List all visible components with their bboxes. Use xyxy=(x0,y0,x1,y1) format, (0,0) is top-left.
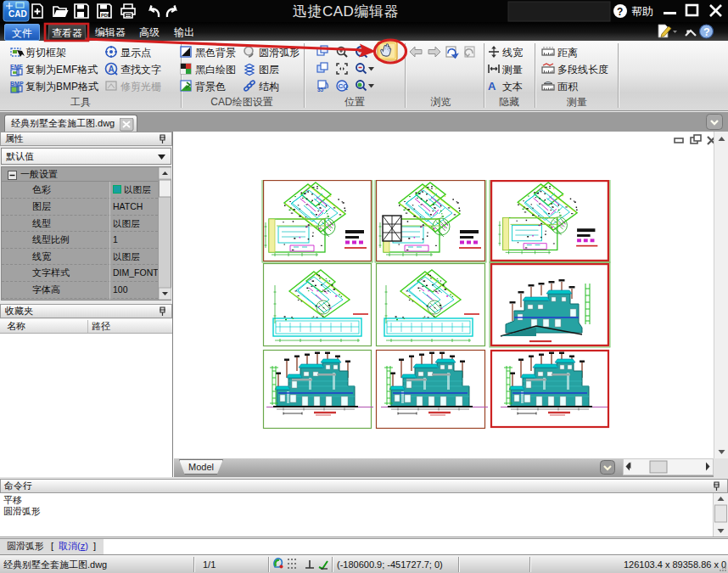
svg-text:PDF: PDF xyxy=(101,13,111,18)
svg-text:帮助: 帮助 xyxy=(631,5,653,18)
svg-text:A: A xyxy=(109,65,115,74)
svg-text:35°: 35° xyxy=(317,87,326,93)
svg-text:?: ? xyxy=(617,6,623,18)
svg-text:A: A xyxy=(488,80,496,93)
svg-text:CAD: CAD xyxy=(8,9,27,19)
svg-text:CQ: CQ xyxy=(339,82,349,90)
svg-text:迅捷CAD编辑器: 迅捷CAD编辑器 xyxy=(293,3,399,20)
svg-text:?: ? xyxy=(703,26,710,38)
